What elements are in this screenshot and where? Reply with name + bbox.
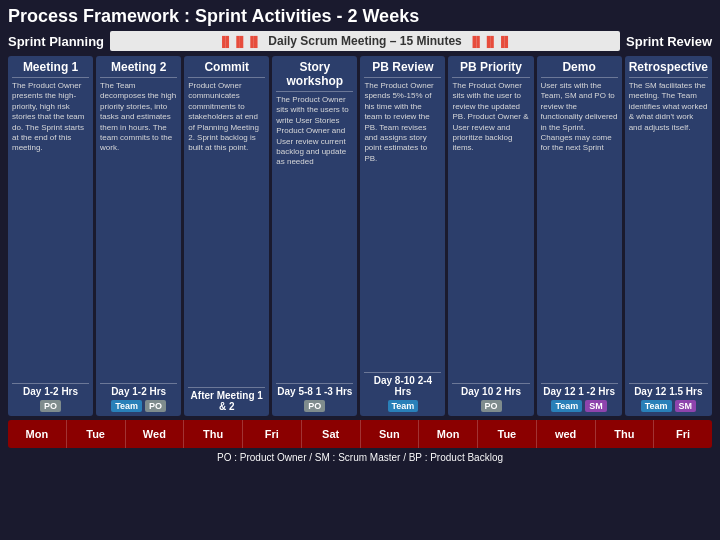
- col-title-retrospective: Retrospective: [629, 60, 708, 78]
- tag-po: PO: [481, 400, 502, 412]
- tag-team: Team: [551, 400, 582, 412]
- tag-team: Team: [388, 400, 419, 412]
- tag-po: PO: [145, 400, 166, 412]
- sprint-review-label: Sprint Review: [626, 34, 712, 49]
- col-title-pb_priority: PB Priority: [452, 60, 529, 78]
- day-cell: Mon: [419, 420, 478, 448]
- day-cell: Fri: [654, 420, 712, 448]
- col-footer-meeting2: Day 1-2 Hrs: [100, 383, 177, 397]
- col-body-commit: Product Owner communicates commitments t…: [188, 81, 265, 384]
- col-retrospective: RetrospectiveThe SM facilitates the meet…: [625, 56, 712, 416]
- col-footer-story_workshop: Day 5-8 1 -3 Hrs: [276, 383, 353, 397]
- col-pb_review: PB ReviewThe Product Owner spends 5%-15%…: [360, 56, 445, 416]
- bottom-note: PO : Product Owner / SM : Scrum Master /…: [8, 452, 712, 463]
- tag-team: Team: [641, 400, 672, 412]
- page-title: Process Framework : Sprint Activities - …: [8, 6, 712, 27]
- day-cell: Fri: [243, 420, 302, 448]
- col-title-demo: Demo: [541, 60, 618, 78]
- col-footer-pb_review: Day 8-10 2-4 Hrs: [364, 372, 441, 397]
- col-tags-retrospective: TeamSM: [629, 400, 708, 412]
- day-cell: Thu: [596, 420, 655, 448]
- day-cell: Thu: [184, 420, 243, 448]
- col-body-meeting2: The Team decomposes the high priority st…: [100, 81, 177, 380]
- day-cell: Wed: [126, 420, 185, 448]
- col-tags-pb_priority: PO: [452, 400, 529, 412]
- day-cell: Mon: [8, 420, 67, 448]
- days-arrow-bar: MonTueWedThuFriSatSunMonTuewedThuFri: [8, 420, 712, 448]
- day-cell: Sat: [302, 420, 361, 448]
- col-title-commit: Commit: [188, 60, 265, 78]
- col-pb_priority: PB PriorityThe Product Owner sits with t…: [448, 56, 533, 416]
- col-meeting1: Meeting 1The Product Owner presents the …: [8, 56, 93, 416]
- col-body-story_workshop: The Product Owner sits with the users to…: [276, 95, 353, 380]
- col-body-retrospective: The SM facilitates the meeting. The Team…: [629, 81, 708, 380]
- col-demo: DemoUser sits with the Team, SM and PO t…: [537, 56, 622, 416]
- col-title-meeting1: Meeting 1: [12, 60, 89, 78]
- daily-scrum-banner: Daily Scrum Meeting – 15 Minutes: [110, 31, 620, 51]
- col-footer-demo: Day 12 1 -2 Hrs: [541, 383, 618, 397]
- page-wrapper: Process Framework : Sprint Activities - …: [0, 0, 720, 540]
- tag-po: PO: [40, 400, 61, 412]
- col-body-pb_priority: The Product Owner sits with the user to …: [452, 81, 529, 380]
- col-meeting2: Meeting 2The Team decomposes the high pr…: [96, 56, 181, 416]
- col-title-meeting2: Meeting 2: [100, 60, 177, 78]
- col-tags-demo: TeamSM: [541, 400, 618, 412]
- col-body-meeting1: The Product Owner presents the high-prio…: [12, 81, 89, 380]
- col-footer-commit: After Meeting 1 & 2: [188, 387, 265, 412]
- col-tags-meeting2: TeamPO: [100, 400, 177, 412]
- day-cell: Tue: [478, 420, 537, 448]
- col-footer-meeting1: Day 1-2 Hrs: [12, 383, 89, 397]
- day-cell: Tue: [67, 420, 126, 448]
- columns-wrapper: Meeting 1The Product Owner presents the …: [8, 56, 712, 416]
- col-title-pb_review: PB Review: [364, 60, 441, 78]
- col-footer-retrospective: Day 12 1.5 Hrs: [629, 383, 708, 397]
- col-body-pb_review: The Product Owner spends 5%-15% of his t…: [364, 81, 441, 369]
- tag-team: Team: [111, 400, 142, 412]
- header-row: Sprint Planning Daily Scrum Meeting – 15…: [8, 31, 712, 51]
- tag-sm: SM: [585, 400, 607, 412]
- day-cell: wed: [537, 420, 596, 448]
- col-title-story_workshop: Story workshop: [276, 60, 353, 92]
- col-footer-pb_priority: Day 10 2 Hrs: [452, 383, 529, 397]
- tag-sm: SM: [675, 400, 697, 412]
- col-tags-story_workshop: PO: [276, 400, 353, 412]
- tag-po: PO: [304, 400, 325, 412]
- col-story_workshop: Story workshopThe Product Owner sits wit…: [272, 56, 357, 416]
- sprint-planning-label: Sprint Planning: [8, 34, 104, 49]
- day-cell: Sun: [361, 420, 420, 448]
- col-commit: CommitProduct Owner communicates commitm…: [184, 56, 269, 416]
- col-tags-meeting1: PO: [12, 400, 89, 412]
- col-tags-pb_review: Team: [364, 400, 441, 412]
- col-body-demo: User sits with the Team, SM and PO to re…: [541, 81, 618, 380]
